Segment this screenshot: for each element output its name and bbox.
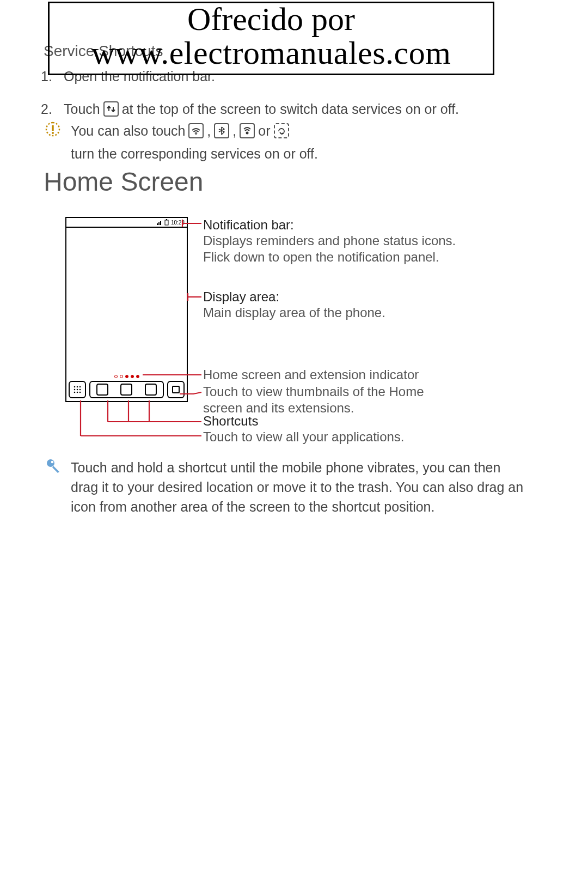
svg-point-14	[79, 389, 81, 391]
step-text: Touch at the top of the screen to switch…	[64, 101, 459, 117]
page-indicator	[114, 375, 139, 378]
callout-shortcuts-title: Shortcuts	[203, 414, 258, 429]
step-2: 2. Touch at the top of the screen to swi…	[41, 101, 531, 117]
shortcuts-box	[89, 381, 164, 398]
signal-icon	[157, 220, 162, 225]
watermark-line1: Ofrecido por	[55, 2, 487, 37]
home-screen-diagram: 10:23 Notification bar: Displays reminde…	[65, 215, 512, 444]
battery-icon	[164, 219, 169, 226]
shortcut-slot	[120, 384, 132, 396]
svg-rect-4	[157, 223, 158, 225]
tip-icon	[45, 458, 61, 474]
step-text-b: at the top of the screen to switch data …	[122, 101, 459, 117]
dock	[69, 380, 185, 399]
thumbnails-button	[167, 381, 185, 398]
callout-display-body: Main display area of the phone.	[203, 305, 385, 321]
svg-rect-8	[166, 219, 167, 220]
svg-point-12	[74, 389, 76, 391]
callout-notification-body2: Flick down to open the notification pane…	[203, 249, 456, 265]
svg-point-9	[74, 386, 76, 388]
svg-point-2	[195, 134, 197, 135]
data-toggle-icon	[103, 101, 119, 117]
callout-indicator: Home screen and extension indicator	[203, 367, 419, 383]
step-text-a: Touch	[64, 101, 100, 117]
shortcut-slot	[145, 384, 157, 396]
svg-rect-5	[158, 222, 160, 225]
svg-point-13	[77, 389, 78, 391]
svg-point-15	[74, 392, 76, 393]
status-time: 10:23	[171, 220, 185, 226]
watermark-line2: www.electromanuales.com	[55, 37, 487, 69]
step-list: 1. Open the notification bar. 2. Touch a…	[41, 68, 531, 133]
svg-rect-6	[160, 221, 161, 225]
tip-note: Touch and hold a shortcut until the mobi…	[45, 458, 528, 517]
tip-text: Touch and hold a shortcut until the mobi…	[71, 458, 528, 517]
all-apps-button	[69, 381, 86, 398]
heading-home-screen: Home Screen	[44, 167, 203, 197]
svg-point-10	[77, 386, 78, 388]
callout-thumbnails1: Touch to view thumbnails of the Home	[203, 384, 424, 400]
status-bar: 10:23	[66, 218, 187, 228]
step-number: 2.	[41, 101, 52, 117]
svg-point-16	[77, 392, 78, 393]
display-area	[66, 228, 187, 369]
note-b: turn the corresponding services on or of…	[71, 144, 318, 163]
callout-display-title: Display area:	[203, 289, 385, 305]
svg-point-17	[79, 392, 81, 393]
watermark-box: Ofrecido por www.electromanuales.com	[48, 2, 494, 75]
svg-point-11	[79, 386, 81, 388]
callout-allapps: Touch to view all your applications.	[203, 429, 405, 445]
svg-point-28	[51, 461, 54, 464]
phone-outline: 10:23	[65, 217, 188, 402]
svg-point-27	[47, 459, 54, 467]
svg-rect-7	[165, 220, 168, 225]
shortcut-slot	[96, 384, 108, 396]
callout-notification-title: Notification bar:	[203, 217, 456, 233]
callout-notification-body1: Displays reminders and phone status icon…	[203, 233, 456, 249]
